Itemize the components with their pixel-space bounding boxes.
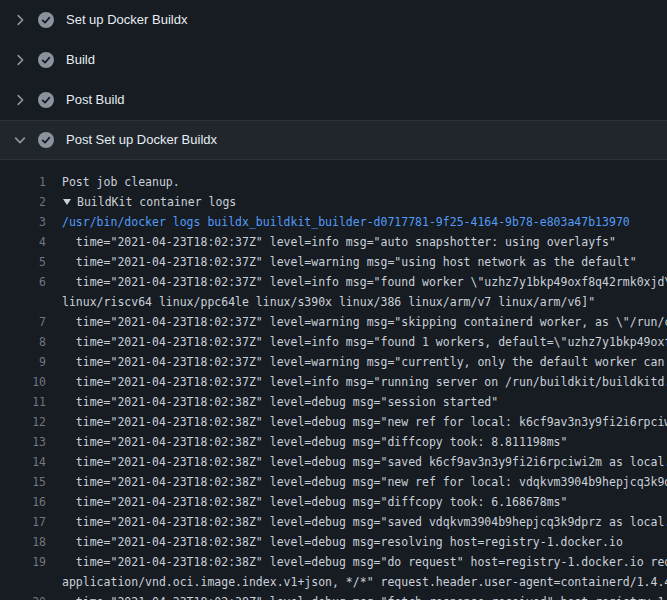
line-number[interactable]: 20 — [0, 592, 46, 600]
line-number[interactable]: 8 — [0, 332, 46, 352]
line-number — [0, 572, 46, 592]
line-number[interactable]: 12 — [0, 412, 46, 432]
log-group-toggle[interactable]: BuildKit container logs — [62, 192, 667, 212]
log-text: time="2021-04-23T18:02:37Z" level=warnin… — [62, 312, 667, 332]
chevron-right-icon — [12, 12, 28, 28]
line-number[interactable]: 18 — [0, 532, 46, 552]
log-row: 10 time="2021-04-23T18:02:37Z" level=inf… — [0, 372, 667, 392]
log-row: 14 time="2021-04-23T18:02:38Z" level=deb… — [0, 452, 667, 472]
job-steps: Set up Docker BuildxBuildPost BuildPost … — [0, 0, 667, 160]
line-number[interactable]: 4 — [0, 232, 46, 252]
log-viewer: 1Post job cleanup.2BuildKit container lo… — [0, 160, 667, 600]
step-label: Post Set up Docker Buildx — [66, 120, 217, 160]
log-text: time="2021-04-23T18:02:38Z" level=debug … — [62, 552, 667, 572]
log-text: time="2021-04-23T18:02:37Z" level=warnin… — [62, 352, 667, 372]
log-text: time="2021-04-23T18:02:38Z" level=debug … — [62, 432, 667, 452]
line-number — [0, 292, 46, 312]
line-number[interactable]: 6 — [0, 272, 46, 292]
chevron-right-icon — [12, 52, 28, 68]
check-circle-icon — [38, 92, 54, 108]
step-header-post-set-up-docker-buildx[interactable]: Post Set up Docker Buildx — [0, 120, 667, 160]
log-text: time="2021-04-23T18:02:38Z" level=debug … — [62, 412, 667, 432]
step-header-build[interactable]: Build — [0, 40, 667, 80]
step-label: Set up Docker Buildx — [66, 0, 187, 40]
line-number[interactable]: 1 — [0, 172, 46, 192]
log-row: 5 time="2021-04-23T18:02:37Z" level=warn… — [0, 252, 667, 272]
log-text: application/vnd.oci.image.index.v1+json,… — [62, 572, 667, 592]
log-row: 8 time="2021-04-23T18:02:37Z" level=info… — [0, 332, 667, 352]
log-row: 20 time="2021-04-23T18:02:38Z" level=deb… — [0, 592, 667, 600]
log-row: 11 time="2021-04-23T18:02:38Z" level=deb… — [0, 392, 667, 412]
log-row: 9 time="2021-04-23T18:02:37Z" level=warn… — [0, 352, 667, 372]
step-label: Build — [66, 40, 95, 80]
line-number[interactable]: 2 — [0, 192, 46, 212]
line-number[interactable]: 7 — [0, 312, 46, 332]
actions-log-panel: Set up Docker BuildxBuildPost BuildPost … — [0, 0, 667, 600]
log-row: 13 time="2021-04-23T18:02:38Z" level=deb… — [0, 432, 667, 452]
line-number[interactable]: 14 — [0, 452, 46, 472]
log-row: 6 time="2021-04-23T18:02:37Z" level=info… — [0, 272, 667, 292]
chevron-down-icon — [12, 132, 28, 148]
line-number[interactable]: 11 — [0, 392, 46, 412]
log-text: time="2021-04-23T18:02:38Z" level=debug … — [62, 452, 667, 472]
log-text: time="2021-04-23T18:02:38Z" level=debug … — [62, 532, 667, 552]
log-row: linux/riscv64 linux/ppc64le linux/s390x … — [0, 292, 667, 312]
log-row: 12 time="2021-04-23T18:02:38Z" level=deb… — [0, 412, 667, 432]
log-row: 1Post job cleanup. — [0, 172, 667, 192]
log-row: 19 time="2021-04-23T18:02:38Z" level=deb… — [0, 552, 667, 572]
log-row: 3/usr/bin/docker logs buildx_buildkit_bu… — [0, 212, 667, 232]
log-text: time="2021-04-23T18:02:38Z" level=debug … — [62, 512, 667, 532]
group-label: BuildKit container logs — [77, 195, 236, 209]
log-command: /usr/bin/docker logs buildx_buildkit_bui… — [62, 212, 667, 232]
log-text: time="2021-04-23T18:02:38Z" level=debug … — [62, 472, 667, 492]
group-caret-icon — [63, 199, 71, 205]
check-circle-icon — [38, 12, 54, 28]
log-text: time="2021-04-23T18:02:38Z" level=debug … — [62, 492, 667, 512]
line-number[interactable]: 17 — [0, 512, 46, 532]
line-number[interactable]: 19 — [0, 552, 46, 572]
line-number[interactable]: 15 — [0, 472, 46, 492]
log-text: time="2021-04-23T18:02:38Z" level=debug … — [62, 592, 667, 600]
step-header-post-build[interactable]: Post Build — [0, 80, 667, 120]
line-number[interactable]: 3 — [0, 212, 46, 232]
line-number[interactable]: 13 — [0, 432, 46, 452]
line-number[interactable]: 16 — [0, 492, 46, 512]
log-row: 17 time="2021-04-23T18:02:38Z" level=deb… — [0, 512, 667, 532]
line-number[interactable]: 10 — [0, 372, 46, 392]
check-circle-icon — [38, 132, 54, 148]
line-number[interactable]: 5 — [0, 252, 46, 272]
log-text: time="2021-04-23T18:02:37Z" level=info m… — [62, 372, 667, 392]
log-text: time="2021-04-23T18:02:37Z" level=warnin… — [62, 252, 667, 272]
log-text: time="2021-04-23T18:02:37Z" level=info m… — [62, 272, 667, 292]
log-text: linux/riscv64 linux/ppc64le linux/s390x … — [62, 292, 667, 312]
log-row: 2BuildKit container logs — [0, 192, 667, 212]
log-text: time="2021-04-23T18:02:37Z" level=info m… — [62, 232, 667, 252]
step-header-set-up-docker-buildx[interactable]: Set up Docker Buildx — [0, 0, 667, 40]
step-label: Post Build — [66, 80, 125, 120]
log-text: time="2021-04-23T18:02:38Z" level=debug … — [62, 392, 667, 412]
line-number[interactable]: 9 — [0, 352, 46, 372]
log-row: 15 time="2021-04-23T18:02:38Z" level=deb… — [0, 472, 667, 492]
check-circle-icon — [38, 52, 54, 68]
chevron-right-icon — [12, 92, 28, 108]
log-row: 16 time="2021-04-23T18:02:38Z" level=deb… — [0, 492, 667, 512]
log-row: 18 time="2021-04-23T18:02:38Z" level=deb… — [0, 532, 667, 552]
log-row: 7 time="2021-04-23T18:02:37Z" level=warn… — [0, 312, 667, 332]
log-text: Post job cleanup. — [62, 172, 667, 192]
log-text: time="2021-04-23T18:02:37Z" level=info m… — [62, 332, 667, 352]
log-row: application/vnd.oci.image.index.v1+json,… — [0, 572, 667, 592]
log-row: 4 time="2021-04-23T18:02:37Z" level=info… — [0, 232, 667, 252]
